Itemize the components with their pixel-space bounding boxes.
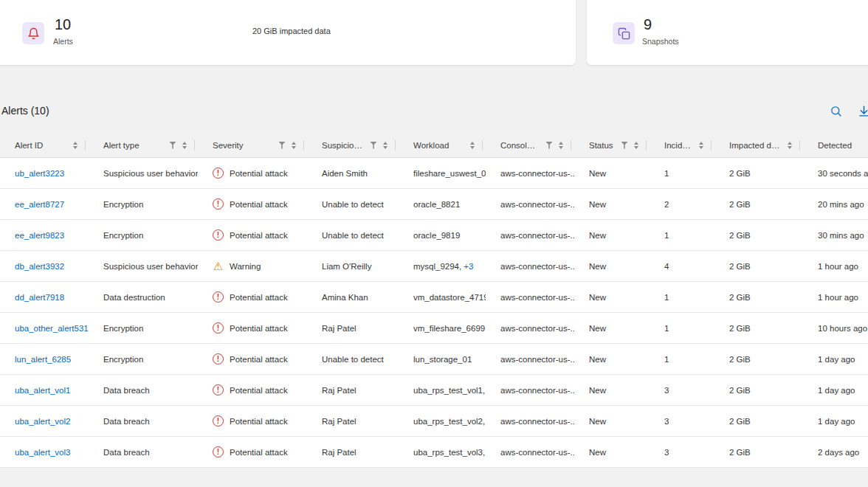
- column-header-impacted-data[interactable]: Impacted data: [714, 133, 803, 157]
- filter-funnel-icon[interactable]: [545, 142, 553, 149]
- severity-cell: Potential attack: [198, 437, 307, 467]
- alert-id-link[interactable]: uba_alert_vol2: [15, 417, 70, 426]
- severity-label: Potential attack: [230, 200, 288, 209]
- column-header-alert-id[interactable]: Alert ID: [0, 133, 89, 157]
- table-row[interactable]: lun_alert_6285 Encryption Potential atta…: [0, 344, 868, 375]
- sort-arrows-icon[interactable]: [699, 142, 703, 149]
- incidents-cell: 3: [650, 375, 714, 405]
- severity-cell: Potential attack: [198, 282, 307, 312]
- alert-type-cell: Encryption: [89, 220, 198, 250]
- workload-cell: fileshare_uswest_02_3...: [399, 158, 486, 188]
- detected-cell: 1 hour ago: [803, 251, 868, 281]
- impacted-data-cell: 2 GiB: [714, 189, 803, 219]
- column-header-status[interactable]: Status: [574, 133, 650, 157]
- alert-id-link[interactable]: db_alert3932: [15, 262, 64, 271]
- table-row[interactable]: uba_alert_vol3 Data breach Potential att…: [0, 437, 868, 468]
- alert-type-cell: Suspicious user behavior: [89, 158, 198, 188]
- filter-funnel-icon[interactable]: [278, 142, 286, 149]
- table-row[interactable]: uba_alert_vol1 Data breach Potential att…: [0, 375, 868, 406]
- snapshots-copy-icon: [618, 27, 630, 40]
- severity-label: Potential attack: [230, 386, 288, 395]
- suspicious-user-cell: Raj Patel: [307, 375, 399, 405]
- alert-type-cell: Suspicious user behavior: [89, 251, 198, 281]
- alert-id-link[interactable]: dd_alert7918: [15, 293, 64, 302]
- sort-arrows-icon[interactable]: [559, 142, 563, 149]
- sort-arrows-icon[interactable]: [182, 142, 187, 149]
- table-row[interactable]: uba_other_alert5319 Encryption Potential…: [0, 313, 868, 344]
- table-row[interactable]: ub_alert3223 Suspicious user behavior Po…: [0, 158, 868, 189]
- column-header-detected[interactable]: Detected: [803, 133, 868, 157]
- column-separator: [85, 140, 86, 151]
- alert-id-link[interactable]: ub_alert3223: [15, 169, 64, 178]
- sort-arrows-icon[interactable]: [470, 142, 475, 149]
- severity-icon: [213, 415, 224, 426]
- workload-more-link[interactable]: +3: [464, 262, 473, 271]
- alert-type-cell: Data destruction: [89, 282, 198, 312]
- alert-id-cell: ub_alert3223: [0, 158, 89, 188]
- workload-cell: oracle_9819: [399, 220, 486, 250]
- workload-cell: uba_rps_test_vol3, +2: [399, 437, 486, 467]
- download-icon: [858, 105, 868, 117]
- console-agent-cell: aws-connector-us-...: [486, 189, 574, 219]
- sort-arrows-icon[interactable]: [383, 142, 388, 149]
- alert-id-link[interactable]: uba_alert_vol1: [15, 386, 70, 395]
- impacted-data-cell: 2 GiB: [714, 313, 803, 343]
- table-row[interactable]: dd_alert7918 Data destruction Potential …: [0, 282, 868, 313]
- alert-id-link[interactable]: lun_alert_6285: [15, 355, 71, 364]
- alert-id-link[interactable]: uba_other_alert5319: [15, 324, 89, 333]
- suspicious-user-cell: Raj Patel: [307, 406, 399, 436]
- detected-cell: 1 day ago: [803, 344, 868, 374]
- suspicious-user-cell: Liam O'Reilly: [307, 251, 399, 281]
- workload-name: fileshare_uswest_02_3...: [413, 169, 486, 178]
- column-header-alert-type[interactable]: Alert type: [89, 133, 198, 157]
- filter-funnel-icon[interactable]: [370, 142, 377, 149]
- workload-cell: uba_rps_test_vol2, +2: [399, 406, 486, 436]
- suspicious-user-cell: Unable to detect: [307, 189, 399, 219]
- column-label: Severity: [213, 141, 272, 150]
- table-row[interactable]: ee_alert9823 Encryption Potential attack…: [0, 220, 868, 251]
- severity-cell: Potential attack: [198, 158, 307, 188]
- column-header-workload[interactable]: Workload: [399, 133, 486, 157]
- column-header-console-agent[interactable]: Console agent: [486, 133, 574, 157]
- status-cell: New: [574, 189, 650, 219]
- filter-funnel-icon[interactable]: [169, 142, 176, 149]
- alert-id-cell: uba_alert_vol1: [0, 375, 89, 405]
- column-header-severity[interactable]: Severity: [198, 133, 307, 157]
- severity-icon: [213, 198, 224, 210]
- column-separator: [646, 140, 647, 151]
- alerts-card-label: Alerts: [53, 37, 73, 46]
- search-button[interactable]: [830, 105, 843, 118]
- column-label: Suspicious u...: [322, 141, 364, 150]
- severity-icon: [213, 384, 224, 396]
- sort-arrows-icon[interactable]: [292, 142, 296, 149]
- alert-type-cell: Encryption: [89, 189, 198, 219]
- alerts-summary-card: 10 Alerts 20 GiB impacted data: [0, 0, 576, 65]
- alert-id-link[interactable]: uba_alert_vol3: [15, 448, 70, 457]
- severity-label: Potential attack: [230, 448, 288, 457]
- column-label: Workload: [413, 141, 464, 150]
- severity-icon: [213, 291, 224, 303]
- column-header-incidents[interactable]: Incidents: [650, 133, 714, 157]
- detected-cell: 2 days ago: [803, 437, 868, 467]
- column-label: Alert type: [103, 141, 163, 150]
- table-row[interactable]: ee_alert8727 Encryption Potential attack…: [0, 189, 868, 220]
- sort-arrows-icon[interactable]: [73, 142, 78, 149]
- alert-id-link[interactable]: ee_alert8727: [15, 200, 64, 209]
- suspicious-user-cell: Unable to detect: [307, 220, 399, 250]
- column-header-suspicious-u[interactable]: Suspicious u...: [307, 133, 399, 157]
- table-row[interactable]: uba_alert_vol2 Data breach Potential att…: [0, 406, 868, 437]
- sort-arrows-icon[interactable]: [788, 142, 792, 149]
- alert-id-link[interactable]: ee_alert9823: [15, 231, 64, 240]
- column-separator: [571, 140, 571, 151]
- column-label: Detected: [818, 141, 868, 150]
- filter-funnel-icon[interactable]: [621, 142, 628, 149]
- severity-cell: Potential attack: [198, 220, 307, 250]
- suspicious-user-cell: Raj Patel: [307, 437, 399, 467]
- console-agent-cell: aws-connector-us-...: [486, 344, 574, 374]
- impacted-data-cell: 2 GiB: [714, 437, 803, 467]
- alert-id-cell: dd_alert7918: [0, 282, 89, 312]
- console-agent-cell: aws-connector-us-...: [486, 158, 574, 188]
- table-row[interactable]: db_alert3932 Suspicious user behavior Wa…: [0, 251, 868, 282]
- sort-arrows-icon[interactable]: [634, 142, 638, 149]
- download-button[interactable]: [858, 105, 868, 118]
